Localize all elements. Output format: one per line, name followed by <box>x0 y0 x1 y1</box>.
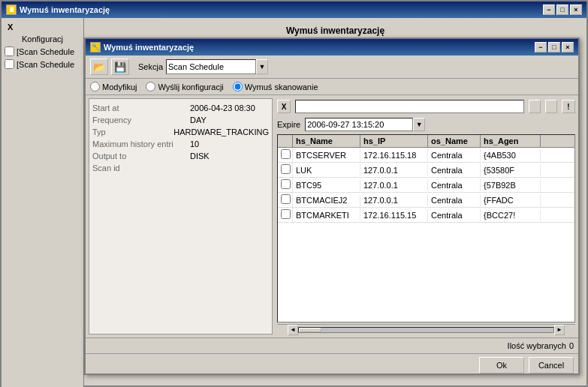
save-button[interactable]: 💾 <box>111 58 129 75</box>
expire-input[interactable] <box>305 118 413 131</box>
radio-wyslij[interactable]: Wyślij konfiguracji <box>146 82 223 92</box>
scrollbar-thumb[interactable] <box>299 328 321 332</box>
radio-modyfikuj-label: Modyfikuj <box>102 82 137 92</box>
col-header-hs-ip[interactable]: hs_IP <box>360 135 428 147</box>
form-value-2: HARDWARE_TRACKING <box>173 128 269 136</box>
search-clear-button[interactable]: X <box>277 100 291 113</box>
radio-modyfikuj-input[interactable] <box>90 82 100 92</box>
table-cell-check-0[interactable] <box>278 148 293 162</box>
inner-titlebar-buttons: − □ × <box>535 42 574 52</box>
outer-window: 🖥 Wymuś inwentaryzację − □ × X Konfigura… <box>0 0 588 387</box>
form-label-3: Maximum history entri <box>92 140 190 148</box>
radio-wymus[interactable]: Wymuś skanowanie <box>233 82 318 92</box>
left-panel-item-label-2: [Scan Schedule <box>17 60 74 69</box>
data-table: hs_Name hs_IP os_Name hs_Agen BTCSERVER … <box>277 134 575 322</box>
outer-titlebar-left: 🖥 Wymuś inwentaryzację <box>6 4 110 15</box>
table-cell-name-1: LUK <box>293 164 360 176</box>
outer-min-button[interactable]: − <box>543 4 555 15</box>
search-input[interactable] <box>295 100 524 113</box>
scrollbar-left-button[interactable]: ◄ <box>288 325 298 335</box>
form-label-1: Frequency <box>92 116 190 124</box>
table-row[interactable]: LUK 127.0.0.1 Centrala {53580F <box>278 163 574 178</box>
form-row-1: Frequency DAY <box>92 114 269 126</box>
left-panel-item-1[interactable]: [Scan Schedule <box>3 45 82 58</box>
sekcja-dropdown-value: Scan Schedule <box>168 62 224 71</box>
inner-mid-section: Start at 2006-04-23 08:30 Frequency DAY … <box>86 95 578 338</box>
search-btn-2[interactable] <box>545 100 557 113</box>
radio-wyslij-input[interactable] <box>146 82 155 92</box>
form-row-3: Maximum history entri 10 <box>92 138 269 150</box>
outer-close-button[interactable]: × <box>570 4 582 15</box>
sekcja-dropdown-container: Scan Schedule ▼ <box>166 59 268 74</box>
col-header-os-name[interactable]: os_Name <box>428 135 481 147</box>
cancel-button[interactable]: Cancel <box>529 357 574 374</box>
table-row[interactable]: BTC95 127.0.0.1 Centrala {57B92B <box>278 178 574 193</box>
table-cell-name-0: BTCSERVER <box>293 149 360 161</box>
scrollbar-right-button[interactable]: ► <box>554 325 565 335</box>
scrollbar-track[interactable] <box>298 327 554 333</box>
expire-input-container: ▼ <box>305 118 425 131</box>
expire-label: Expire <box>277 120 300 129</box>
form-value-5 <box>190 164 269 172</box>
expire-dropdown-button[interactable]: ▼ <box>413 118 425 131</box>
inner-min-button[interactable]: − <box>535 42 547 52</box>
outer-max-button[interactable]: □ <box>556 4 568 15</box>
inner-titlebar: 🔧 Wymuś inwentaryzację − □ × <box>86 39 578 56</box>
inner-window-title: Wymuś inwentaryzację <box>104 43 194 52</box>
inner-window-icon: 🔧 <box>90 42 101 52</box>
left-panel-close-btn[interactable]: X <box>5 22 16 32</box>
table-cell-check-2[interactable] <box>278 178 293 192</box>
expire-row: Expire ▼ <box>277 116 575 133</box>
table-cell-name-2: BTC95 <box>293 179 360 191</box>
table-cell-agent-4: {BCC27! <box>481 209 541 221</box>
horizontal-scrollbar[interactable]: ◄ ► <box>277 324 575 334</box>
radio-wymus-label: Wymuś skanowanie <box>245 82 318 92</box>
radio-modyfikuj[interactable]: Modyfikuj <box>90 82 137 92</box>
table-row[interactable]: BTCMARKETI 172.16.115.15 Centrala {BCC27… <box>278 208 574 223</box>
sekcja-dropdown-arrow[interactable]: ▼ <box>256 59 268 74</box>
table-row[interactable]: BTCSERVER 172.16.115.18 Centrala {4AB530 <box>278 148 574 163</box>
inner-window: 🔧 Wymuś inwentaryzację − □ × 📂 💾 Sekcja … <box>84 38 580 375</box>
row-checkbox-1[interactable] <box>281 164 291 174</box>
col-header-hs-agent[interactable]: hs_Agen <box>481 135 541 147</box>
search-btn-1[interactable] <box>529 100 541 113</box>
table-header: hs_Name hs_IP os_Name hs_Agen <box>278 135 574 148</box>
table-cell-check-1[interactable] <box>278 163 293 177</box>
inner-buttons: Ok Cancel <box>86 353 578 376</box>
radio-wymus-input[interactable] <box>233 82 243 92</box>
expire-search-area: X ! <box>277 98 575 115</box>
inner-max-button[interactable]: □ <box>548 42 560 52</box>
inner-status-bar: Ilość wybranych 0 <box>86 338 578 353</box>
table-cell-os-3: Centrala <box>428 194 481 206</box>
table-cell-check-3[interactable] <box>278 193 293 207</box>
col-header-hs-name[interactable]: hs_Name <box>293 135 360 147</box>
form-value-0: 2006-04-23 08:30 <box>190 104 269 112</box>
table-body: BTCSERVER 172.16.115.18 Centrala {4AB530… <box>278 148 574 322</box>
outer-titlebar-buttons: − □ × <box>543 4 582 15</box>
ok-button[interactable]: Ok <box>479 357 524 374</box>
search-exclaim-button[interactable]: ! <box>562 100 575 113</box>
table-row[interactable]: BTCMACIEJ2 127.0.0.1 Centrala {FFADC <box>278 193 574 208</box>
table-cell-agent-2: {57B92B <box>481 179 541 191</box>
form-row-4: Output to DISK <box>92 150 269 162</box>
table-cell-ip-4: 172.16.115.15 <box>360 209 428 221</box>
row-checkbox-4[interactable] <box>281 209 291 219</box>
table-cell-name-4: BTCMARKETI <box>293 209 360 221</box>
table-cell-check-4[interactable] <box>278 208 293 222</box>
row-checkbox-0[interactable] <box>281 149 291 159</box>
form-value-4: DISK <box>190 152 269 160</box>
left-panel-checkbox-2[interactable] <box>5 59 14 69</box>
open-folder-button[interactable]: 📂 <box>90 58 108 75</box>
table-cell-os-1: Centrala <box>428 164 481 176</box>
sekcja-dropdown[interactable]: Scan Schedule <box>166 59 256 74</box>
left-panel-checkbox-1[interactable] <box>5 46 14 56</box>
table-cell-agent-1: {53580F <box>481 164 541 176</box>
table-cell-os-0: Centrala <box>428 149 481 161</box>
inner-close-button[interactable]: × <box>562 42 574 52</box>
center-title: Wymuś inwentaryzację <box>87 21 583 39</box>
row-checkbox-2[interactable] <box>281 179 291 189</box>
row-checkbox-3[interactable] <box>281 194 291 204</box>
table-cell-os-4: Centrala <box>428 209 481 221</box>
form-label-0: Start at <box>92 104 190 112</box>
left-panel-item-2[interactable]: [Scan Schedule <box>3 58 82 70</box>
